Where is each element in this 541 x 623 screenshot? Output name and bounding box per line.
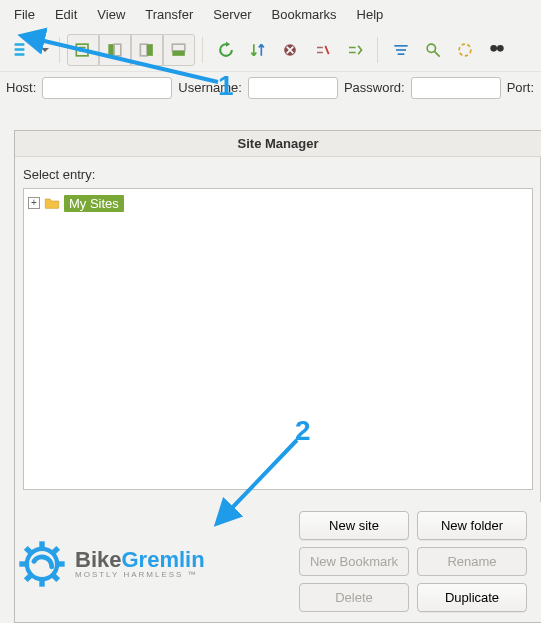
filter-button[interactable] (385, 34, 417, 66)
toggle-remote-tree-button[interactable] (131, 34, 163, 66)
svg-line-30 (26, 548, 31, 553)
reconnect-button[interactable] (338, 34, 370, 66)
toggle-message-log-button[interactable] (67, 34, 99, 66)
svg-line-32 (53, 548, 58, 553)
svg-rect-16 (394, 45, 407, 47)
find-button[interactable] (481, 34, 513, 66)
svg-rect-7 (114, 44, 121, 56)
host-label: Host: (6, 80, 36, 95)
svg-rect-2 (15, 53, 25, 56)
svg-rect-18 (398, 53, 405, 55)
username-label: Username: (178, 80, 242, 95)
gear-icon (15, 537, 69, 591)
toolbar-separator (377, 37, 378, 63)
folder-icon (44, 196, 60, 210)
delete-button: Delete (299, 583, 409, 612)
cancel-button[interactable] (274, 34, 306, 66)
dialog-title: Site Manager (15, 131, 541, 157)
svg-line-33 (26, 575, 31, 580)
toolbar (0, 28, 541, 71)
svg-rect-17 (396, 49, 406, 51)
svg-rect-0 (15, 43, 25, 46)
menu-file[interactable]: File (4, 3, 45, 26)
username-input[interactable] (248, 77, 338, 99)
svg-line-15 (325, 45, 328, 53)
duplicate-button[interactable]: Duplicate (417, 583, 527, 612)
site-manager-dropdown[interactable] (38, 45, 52, 55)
sync-browse-button[interactable] (449, 34, 481, 66)
toggle-local-tree-button[interactable] (99, 34, 131, 66)
new-bookmark-button: New Bookmark (299, 547, 409, 576)
site-manager-button[interactable] (6, 34, 38, 66)
svg-rect-10 (172, 44, 185, 51)
entry-tree[interactable]: + My Sites (23, 188, 533, 490)
watermark: BikeGremlin MOSTLY HARMLESS ™ (15, 537, 205, 591)
password-label: Password: (344, 80, 405, 95)
toolbar-separator (59, 37, 60, 63)
svg-line-31 (53, 575, 58, 580)
menu-server[interactable]: Server (203, 3, 261, 26)
svg-rect-8 (140, 44, 147, 56)
menu-bookmarks[interactable]: Bookmarks (262, 3, 347, 26)
expand-icon[interactable]: + (28, 197, 40, 209)
watermark-brand: BikeGremlin (75, 549, 205, 571)
host-input[interactable] (42, 77, 172, 99)
quickconnect-bar: Host: Username: Password: Port: (0, 71, 541, 103)
svg-line-20 (435, 51, 440, 56)
menu-help[interactable]: Help (347, 3, 394, 26)
refresh-button[interactable] (210, 34, 242, 66)
svg-point-21 (459, 44, 471, 56)
svg-point-22 (490, 45, 497, 52)
toolbar-separator (202, 37, 203, 63)
menu-view[interactable]: View (87, 3, 135, 26)
port-label: Port: (507, 80, 534, 95)
svg-rect-11 (172, 50, 185, 55)
search-button[interactable] (417, 34, 449, 66)
svg-rect-1 (15, 48, 25, 51)
tree-root-row[interactable]: + My Sites (28, 193, 528, 213)
new-site-button[interactable]: New site (299, 511, 409, 540)
svg-rect-9 (147, 44, 153, 56)
rename-button: Rename (417, 547, 527, 576)
svg-rect-6 (108, 44, 114, 56)
queue-toggle-button[interactable] (242, 34, 274, 66)
svg-rect-24 (496, 47, 498, 49)
disconnect-button[interactable] (306, 34, 338, 66)
menu-edit[interactable]: Edit (45, 3, 87, 26)
tree-root-label: My Sites (64, 195, 124, 212)
password-input[interactable] (411, 77, 501, 99)
select-entry-label: Select entry: (15, 157, 541, 188)
toggle-transfer-queue-button[interactable] (163, 34, 195, 66)
svg-point-23 (497, 45, 504, 52)
new-folder-button[interactable]: New folder (417, 511, 527, 540)
menubar: File Edit View Transfer Server Bookmarks… (0, 0, 541, 28)
menu-transfer[interactable]: Transfer (135, 3, 203, 26)
svg-point-19 (427, 44, 435, 52)
watermark-tagline: MOSTLY HARMLESS ™ (75, 571, 205, 579)
